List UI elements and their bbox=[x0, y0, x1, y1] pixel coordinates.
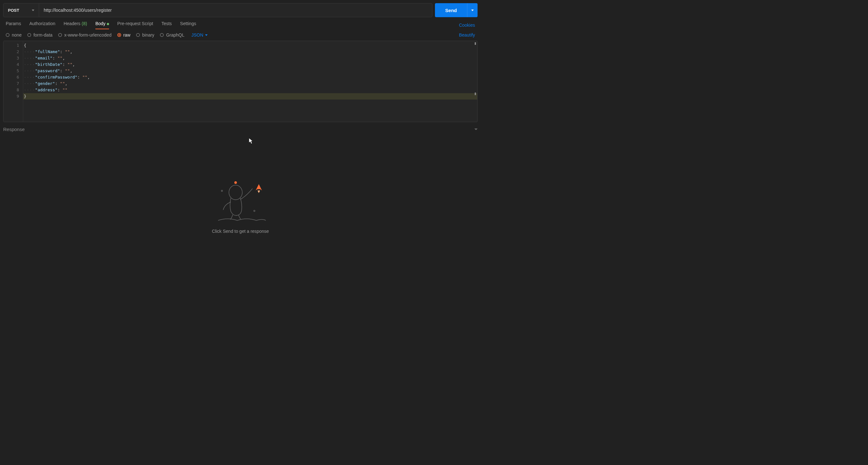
svg-point-3 bbox=[254, 210, 255, 212]
radio-graphql[interactable]: GraphQL bbox=[160, 32, 184, 37]
chevron-down-icon bbox=[32, 9, 34, 11]
send-button-group: Send bbox=[435, 3, 477, 17]
radio-binary[interactable]: binary bbox=[136, 32, 154, 37]
svg-point-0 bbox=[234, 181, 237, 184]
svg-point-2 bbox=[221, 190, 223, 191]
editor-minimap bbox=[474, 42, 476, 121]
radio-form-data[interactable]: form-data bbox=[27, 32, 53, 37]
chevron-down-icon bbox=[205, 34, 208, 36]
tab-tests[interactable]: Tests bbox=[161, 21, 172, 29]
radio-icon bbox=[58, 33, 62, 37]
tab-params[interactable]: Params bbox=[6, 21, 21, 29]
beautify-link[interactable]: Beautify bbox=[459, 32, 475, 37]
radio-xwww[interactable]: x-www-form-urlencoded bbox=[58, 32, 112, 37]
send-button[interactable]: Send bbox=[435, 3, 467, 17]
response-title: Response bbox=[3, 127, 25, 132]
editor-content[interactable]: {····"fullName": "",····"email": "",····… bbox=[23, 41, 477, 122]
tab-prerequest[interactable]: Pre-request Script bbox=[117, 21, 153, 29]
method-url-container: POST bbox=[3, 3, 432, 17]
radio-icon bbox=[160, 33, 164, 37]
request-tabs: Params Authorization Headers (8) Body Pr… bbox=[0, 17, 481, 29]
astronaut-illustration-icon bbox=[215, 180, 266, 221]
url-input[interactable] bbox=[39, 3, 432, 17]
radio-raw[interactable]: raw bbox=[117, 32, 131, 37]
body-format-select[interactable]: JSON bbox=[191, 32, 208, 37]
cursor-icon bbox=[249, 138, 253, 144]
chevron-down-icon bbox=[471, 9, 474, 11]
http-method-select[interactable]: POST bbox=[3, 3, 39, 17]
svg-point-1 bbox=[229, 185, 242, 200]
radio-none[interactable]: none bbox=[6, 32, 22, 37]
send-dropdown-button[interactable] bbox=[467, 3, 477, 17]
http-method-label: POST bbox=[8, 8, 19, 13]
radio-icon bbox=[6, 33, 9, 37]
dot-indicator-icon bbox=[107, 23, 109, 25]
editor-gutter: 1 2 3 4 5 6 7 8 9 bbox=[3, 41, 23, 122]
tab-headers[interactable]: Headers (8) bbox=[64, 21, 87, 29]
response-empty-text: Click Send to get a response bbox=[212, 229, 269, 234]
tab-settings[interactable]: Settings bbox=[180, 21, 196, 29]
body-type-row: none form-data x-www-form-urlencoded raw… bbox=[0, 29, 481, 41]
response-empty-state: Click Send to get a response bbox=[0, 135, 481, 234]
tab-headers-label: Headers bbox=[64, 21, 81, 26]
request-bar: POST Send bbox=[0, 0, 481, 17]
headers-count: (8) bbox=[82, 21, 87, 26]
body-format-label: JSON bbox=[191, 32, 203, 37]
radio-icon bbox=[117, 33, 121, 37]
cookies-link[interactable]: Cookies bbox=[459, 23, 475, 28]
body-editor[interactable]: 1 2 3 4 5 6 7 8 9 {····"fullName": "",··… bbox=[3, 41, 477, 122]
tab-body-label: Body bbox=[95, 21, 105, 26]
chevron-down-icon[interactable] bbox=[474, 128, 477, 130]
radio-icon bbox=[136, 33, 140, 37]
response-panel-header[interactable]: Response bbox=[0, 122, 481, 135]
tab-body[interactable]: Body bbox=[95, 21, 109, 29]
radio-icon bbox=[27, 33, 31, 37]
tab-authorization[interactable]: Authorization bbox=[29, 21, 55, 29]
